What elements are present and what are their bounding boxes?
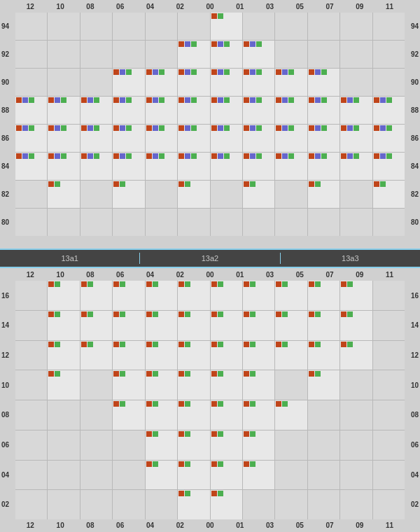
grid-cell — [373, 209, 405, 236]
red-square — [48, 371, 54, 377]
grid-cell — [211, 13, 242, 40]
top-col-labels: 12 10 08 06 04 02 00 01 03 05 07 09 11 — [15, 3, 405, 10]
grid-cell — [243, 490, 274, 519]
blue-square — [250, 97, 255, 103]
green-square — [185, 491, 190, 496]
red-square — [211, 401, 217, 407]
blue-square — [88, 153, 93, 159]
red-square — [211, 371, 217, 377]
red-square — [113, 401, 119, 407]
grid-cell — [80, 490, 112, 519]
grid-cell — [48, 281, 79, 310]
green-square — [282, 281, 288, 287]
grid-cell — [80, 400, 112, 430]
blue-square — [250, 41, 255, 47]
grid-cell — [48, 13, 79, 40]
grid-cell — [340, 461, 372, 490]
grid-cell — [275, 400, 307, 430]
red-square — [244, 281, 249, 287]
red-square — [113, 153, 119, 159]
green-square — [55, 342, 60, 347]
red-square — [341, 281, 346, 287]
bottom-row-labels-left: 16 14 12 10 08 06 04 02 — [1, 281, 9, 519]
grid-cell — [211, 125, 242, 152]
green-square — [55, 281, 60, 287]
grid-cell — [211, 181, 242, 208]
red-square — [178, 41, 184, 47]
grid-cell — [243, 13, 274, 40]
red-square — [81, 125, 87, 131]
green-square — [315, 371, 321, 377]
grid-cell — [113, 97, 144, 124]
blue-square — [250, 125, 255, 131]
grid-cell — [308, 461, 340, 490]
green-square — [218, 342, 223, 347]
grid-cell — [243, 400, 274, 430]
red-square — [146, 312, 152, 317]
red-square — [178, 312, 184, 317]
blue-square — [153, 69, 158, 75]
grid-cell — [146, 181, 177, 208]
grid-cell — [146, 41, 177, 68]
grid-cell — [48, 209, 79, 236]
grid-cell — [275, 370, 307, 400]
grid-cell — [48, 341, 79, 370]
grid-cell — [308, 490, 340, 519]
bottom-row-labels-right: 16 14 12 10 08 06 04 02 — [411, 281, 419, 519]
blue-square — [153, 125, 158, 131]
green-square — [126, 69, 132, 75]
grid-cell — [340, 125, 372, 152]
blue-square — [120, 69, 125, 75]
grid-cell — [178, 311, 209, 340]
grid-cell — [178, 490, 209, 519]
green-square — [282, 342, 288, 347]
grid-cell — [340, 311, 372, 340]
grid-cell — [373, 97, 405, 124]
red-square — [146, 461, 152, 467]
grid-cell — [15, 400, 47, 430]
green-square — [55, 181, 60, 187]
green-square — [288, 97, 294, 103]
red-square — [211, 342, 217, 347]
grid-cell — [373, 400, 405, 430]
green-square — [120, 181, 125, 187]
grid-cell — [243, 341, 274, 370]
grid-cell — [178, 41, 209, 68]
green-square — [218, 491, 223, 496]
red-square — [113, 312, 119, 317]
grid-cell — [15, 430, 47, 460]
blue-square — [218, 153, 223, 159]
green-square — [159, 69, 164, 75]
grid-cell — [308, 311, 340, 340]
red-square — [244, 461, 249, 467]
blue-square — [315, 97, 321, 103]
blue-square — [347, 153, 353, 159]
green-square — [288, 125, 294, 131]
blue-square — [380, 153, 386, 159]
grid-cell — [340, 400, 372, 430]
grid-cell — [15, 69, 47, 96]
red-square — [309, 181, 314, 187]
grid-cell — [15, 181, 47, 208]
blue-square — [22, 125, 28, 131]
green-square — [250, 342, 255, 347]
grid-cell — [113, 13, 144, 40]
green-square — [29, 153, 34, 159]
grid-cell — [146, 490, 177, 519]
blue-square — [218, 97, 223, 103]
grid-cell — [211, 370, 242, 400]
blue-square — [185, 69, 190, 75]
green-square — [153, 401, 158, 407]
red-square — [146, 431, 152, 437]
grid-cell — [113, 181, 144, 208]
grid-cell — [373, 370, 405, 400]
blue-square — [185, 153, 190, 159]
green-square — [185, 312, 190, 317]
red-square — [309, 281, 314, 287]
blue-square — [347, 97, 353, 103]
green-square — [61, 125, 66, 131]
green-square — [153, 312, 158, 317]
red-square — [244, 431, 249, 437]
grid-cell — [146, 153, 177, 180]
grid-cell — [80, 370, 112, 400]
